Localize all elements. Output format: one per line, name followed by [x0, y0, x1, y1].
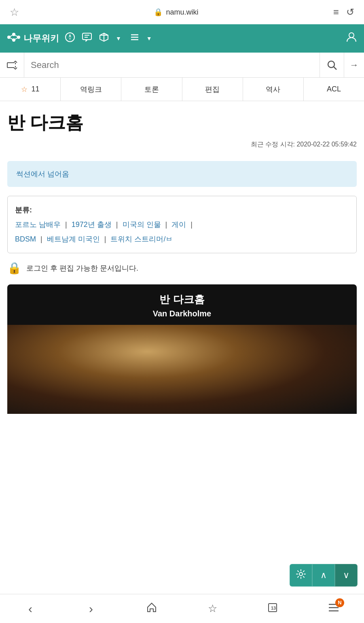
lock-icon: 🔒	[154, 8, 163, 17]
category-box: 분류: 포르노 남배우 | 1972년 출생 | 미국의 인물 | 게이 | B…	[7, 196, 357, 253]
tab-edit[interactable]: 편집	[182, 78, 243, 101]
tab-acl-label: ACL	[327, 85, 341, 93]
tab-edit-label: 편집	[205, 85, 220, 94]
list-dropdown-icon[interactable]: ▼	[146, 35, 152, 42]
nav-icons: ▼ ▼	[65, 31, 358, 46]
category-link-4[interactable]: 게이	[171, 220, 186, 229]
infobox-header: 반 다크홈 Van Darkholme	[7, 284, 357, 325]
lock-emoji: 🔒	[7, 261, 21, 275]
compass-icon[interactable]	[65, 32, 75, 45]
infobox-title-en: Van Darkholme	[11, 309, 353, 318]
tab-history[interactable]: 역사	[243, 78, 304, 101]
section-redirect-text: 썩션에서 넘어옴	[16, 170, 69, 178]
infobox-image	[7, 325, 357, 414]
logo-icon	[6, 32, 21, 46]
infobox: 반 다크홈 Van Darkholme	[7, 284, 357, 414]
star-count: 11	[32, 85, 40, 93]
site-logo[interactable]: 나무위키	[6, 32, 59, 46]
user-icon[interactable]	[345, 31, 358, 46]
box-dropdown-icon[interactable]: ▼	[116, 35, 121, 42]
category-link-7[interactable]: 트위치 스트리머/ㅂ	[110, 235, 173, 243]
status-bar: ☆ 🔒 namu.wiki ≡ ↺	[0, 0, 364, 24]
svg-rect-11	[83, 33, 91, 40]
tab-discuss[interactable]: 토론	[121, 78, 182, 101]
arrow-right-icon: →	[350, 60, 359, 70]
login-notice: 🔒 로그인 후 편집 가능한 문서입니다.	[7, 261, 357, 275]
browser-menu-icon[interactable]: ≡	[333, 6, 339, 18]
section-redirect-box[interactable]: 썩션에서 넘어옴	[7, 161, 357, 187]
category-link-5[interactable]: BDSM	[15, 235, 36, 243]
shuffle-button[interactable]	[0, 53, 24, 77]
tab-star[interactable]: ☆ 11	[0, 78, 61, 101]
svg-point-21	[328, 61, 334, 68]
tab-acl[interactable]: ACL	[304, 78, 364, 101]
navigate-button[interactable]: →	[344, 53, 364, 77]
tab-backlink[interactable]: 역링크	[61, 78, 121, 101]
nav-bar: 나무위키 ▼	[0, 24, 364, 53]
tab-bar: ☆ 11 역링크 토론 편집 역사 ACL	[0, 78, 364, 101]
infobox-image-placeholder	[7, 325, 357, 414]
bookmark-icon[interactable]: ☆	[10, 6, 19, 19]
list-icon[interactable]	[129, 32, 140, 45]
svg-line-22	[334, 67, 336, 70]
url-text: namu.wiki	[166, 8, 198, 17]
refresh-icon[interactable]: ↺	[346, 6, 354, 18]
star-icon: ☆	[21, 85, 28, 94]
category-link-3[interactable]: 미국의 인물	[123, 220, 161, 229]
tab-history-label: 역사	[266, 85, 280, 94]
page-content: 반 다크홈 최근 수정 시각: 2020-02-22 05:59:42 썩션에서…	[0, 101, 364, 424]
category-links: 포르노 남배우 | 1972년 출생 | 미국의 인물 | 게이 | BDSM …	[15, 217, 349, 246]
browser-controls: ≡ ↺	[333, 6, 354, 18]
svg-marker-10	[69, 37, 71, 40]
svg-marker-9	[69, 34, 71, 37]
logo-text: 나무위키	[23, 32, 59, 44]
tab-discuss-label: 토론	[144, 85, 159, 94]
search-bar: →	[0, 53, 364, 78]
tab-backlink-label: 역링크	[80, 85, 102, 94]
last-modified: 최근 수정 시각: 2020-02-22 05:59:42	[7, 140, 357, 149]
chat-icon[interactable]	[82, 32, 92, 45]
svg-point-19	[349, 33, 354, 38]
box-icon[interactable]	[99, 32, 109, 45]
login-notice-text: 로그인 후 편집 가능한 문서입니다.	[26, 263, 138, 273]
infobox-title-kr: 반 다크홈	[11, 292, 353, 307]
page-title: 반 다크홈	[7, 111, 357, 135]
category-label: 분류:	[15, 206, 32, 214]
category-link-2[interactable]: 1972년 출생	[72, 220, 112, 229]
category-link-6[interactable]: 베트남계 미국인	[47, 235, 100, 243]
url-bar: 🔒 namu.wiki	[154, 8, 198, 17]
search-input[interactable]	[24, 53, 320, 77]
search-button[interactable]	[320, 53, 344, 77]
category-link-1[interactable]: 포르노 남배우	[15, 220, 61, 229]
